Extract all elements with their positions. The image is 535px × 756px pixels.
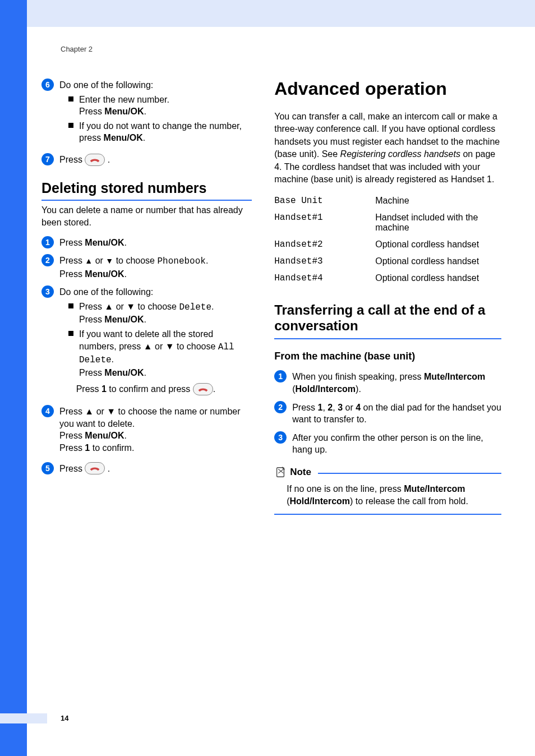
t2-b4: 4 bbox=[356, 403, 361, 412]
arrow-down-icon: ▼ bbox=[105, 256, 113, 265]
transfer-step-1: 1 When you finish speaking, press Mute/I… bbox=[274, 370, 501, 395]
d1-pre: Press bbox=[59, 238, 85, 247]
table-row: Handset#4 Optional cordless handset bbox=[274, 270, 501, 287]
d3b1-l2-post: . bbox=[144, 315, 146, 324]
footer-bar bbox=[0, 713, 47, 723]
s6b1-l1: Enter the new number. bbox=[79, 95, 169, 104]
note-icon bbox=[274, 466, 287, 478]
row5-c1: Handset#4 bbox=[274, 273, 375, 283]
d3b2-post: . bbox=[112, 354, 114, 364]
t3-text: After you confirm the other person is on… bbox=[292, 433, 483, 455]
d2-pre: Press bbox=[59, 256, 85, 265]
d2-l2-pre: Press bbox=[59, 269, 85, 279]
d3-bullet-2: If you want to delete all the stored num… bbox=[59, 328, 252, 379]
note-post: ) to release the call from hold. bbox=[350, 496, 468, 506]
d3-l4-bold: 1 bbox=[102, 384, 107, 394]
step-badge-4: 4 bbox=[41, 405, 54, 417]
delete-step-5: 5 Press . bbox=[41, 462, 252, 476]
d3b1-mid: or bbox=[113, 302, 126, 311]
handset-table: Base Unit Machine Handset#1 Handset incl… bbox=[274, 192, 501, 287]
d4-l2-bold: Menu/OK bbox=[85, 431, 124, 440]
t2-b2: 2 bbox=[328, 403, 333, 412]
transfer-step-3: 3 After you confirm the other person is … bbox=[274, 431, 501, 456]
step-badge-7: 7 bbox=[41, 153, 54, 165]
d4-mid1: or bbox=[94, 407, 107, 416]
d3-l4-post: . bbox=[213, 384, 215, 394]
table-row: Handset#3 Optional cordless handset bbox=[274, 253, 501, 270]
d3b2-l3-pre: Press bbox=[79, 368, 104, 377]
note-bold2: Hold/Intercom bbox=[290, 496, 350, 506]
svg-rect-0 bbox=[277, 468, 284, 477]
content: 6 Do one of the following: Enter the new… bbox=[41, 79, 501, 515]
d1-bold: Menu/OK bbox=[85, 238, 124, 247]
header-bar bbox=[0, 0, 535, 27]
note-header: Note bbox=[274, 466, 501, 478]
d3-bullet-1: Press ▲ or ▼ to choose Delete. Press Men… bbox=[59, 301, 252, 326]
subheading-from-machine: From the machine (base unit) bbox=[274, 351, 501, 362]
page: Chapter 2 6 Do one of the following: Ent… bbox=[0, 0, 535, 756]
heading-deleting-stored-numbers: Deleting stored numbers bbox=[41, 180, 252, 201]
hangup-icon bbox=[85, 154, 105, 166]
d5-post: . bbox=[108, 464, 110, 473]
step-6: 6 Do one of the following: Enter the new… bbox=[41, 79, 252, 145]
t1-post: ). bbox=[356, 384, 361, 394]
arrow-down-icon: ▼ bbox=[165, 342, 174, 351]
step6-bullet-2: If you do not want to change the number,… bbox=[59, 120, 252, 144]
adv-intro-italic: Registering cordless handsets bbox=[340, 149, 460, 159]
hangup-icon bbox=[193, 383, 213, 395]
table-row: Handset#1 Handset included with the mach… bbox=[274, 209, 501, 236]
s6b2-post: . bbox=[143, 133, 145, 142]
row1-c1: Base Unit bbox=[274, 196, 375, 206]
row1-c2: Machine bbox=[375, 196, 501, 206]
d3-l4-mid: to confirm and press bbox=[107, 384, 193, 394]
d4-l2-pre: Press bbox=[59, 431, 85, 440]
d3b2-mid2: to choose bbox=[174, 342, 218, 351]
deleting-intro: You can delete a name or number that has… bbox=[41, 204, 252, 229]
arrow-down-icon: ▼ bbox=[107, 407, 116, 416]
step-badge-2: 2 bbox=[41, 254, 54, 266]
note-label: Note bbox=[290, 467, 311, 478]
d4-pre: Press bbox=[59, 407, 85, 416]
arrow-up-icon: ▲ bbox=[85, 407, 94, 416]
t1-bold1: Mute/Intercom bbox=[424, 372, 485, 381]
t2-c1: , bbox=[322, 403, 328, 412]
row2-c1: Handset#1 bbox=[274, 213, 375, 233]
table-row: Base Unit Machine bbox=[274, 192, 501, 209]
s7-post: . bbox=[108, 155, 110, 164]
bullet-icon bbox=[68, 96, 73, 102]
note-bold1: Mute/Intercom bbox=[404, 484, 465, 494]
row5-c2: Optional cordless handset bbox=[375, 273, 501, 283]
d2-mid2: to choose bbox=[113, 256, 157, 265]
arrow-down-icon: ▼ bbox=[126, 302, 135, 311]
d2-post1: . bbox=[206, 256, 208, 265]
d3b1-post: . bbox=[211, 302, 214, 311]
heading-transferring-call: Transferring a call at the end of a conv… bbox=[274, 302, 501, 339]
delete-step-2: 2 Press ▲ or ▼ to choose Phonebook. Pres… bbox=[41, 254, 252, 280]
d2-l2-bold: Menu/OK bbox=[85, 269, 124, 279]
d3b2-l3-bold: Menu/OK bbox=[104, 368, 144, 377]
step-badge-1: 1 bbox=[41, 236, 54, 248]
delete-step-4: 4 Press ▲ or ▼ to choose the name or num… bbox=[41, 405, 252, 454]
t2-c2: , bbox=[333, 403, 338, 412]
left-bar bbox=[0, 0, 27, 756]
step6-title: Do one of the following: bbox=[59, 79, 252, 91]
adv-intro: You can transfer a call, make an interco… bbox=[274, 110, 501, 186]
s6b2-bold: Menu/OK bbox=[104, 133, 143, 142]
t2-b3: 3 bbox=[338, 403, 343, 412]
d3b1-pre: Press bbox=[79, 302, 104, 311]
arrow-up-icon: ▲ bbox=[85, 256, 93, 265]
note-pre: If no one is on the line, press bbox=[287, 484, 404, 494]
d2-code: Phonebook bbox=[157, 256, 205, 266]
s6b1-l2-bold: Menu/OK bbox=[104, 107, 144, 116]
d4-l3-post: to confirm. bbox=[90, 443, 134, 453]
d2-mid1: or bbox=[93, 256, 105, 265]
step-badge-5: 5 bbox=[41, 462, 54, 474]
d3b1-l2-pre: Press bbox=[79, 315, 104, 324]
right-column: Advanced operation You can transfer a ca… bbox=[274, 79, 501, 515]
note-rule-top bbox=[318, 473, 501, 474]
chapter-label: Chapter 2 bbox=[61, 45, 93, 53]
d4-l2-post: . bbox=[124, 431, 127, 440]
t1-bold2: Hold/Intercom bbox=[296, 384, 356, 394]
d3-title: Do one of the following: bbox=[59, 286, 252, 298]
step-badge-6: 6 bbox=[41, 79, 54, 91]
